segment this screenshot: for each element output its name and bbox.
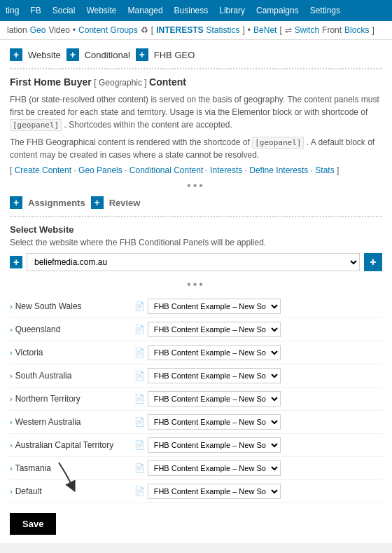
link-stats[interactable]: Stats [315, 165, 334, 175]
content-keyword: Content [149, 76, 186, 88]
state-row-qld: › Queensland 📄 FHB Content Example – New… [10, 318, 382, 341]
state-content-default: 📄 FHB Content Example – New South W [134, 484, 382, 499]
main-content: + Website + Conditional + FHB GEO First … [0, 40, 392, 543]
state-content-act: 📄 FHB Content Example – New South W [134, 437, 382, 453]
state-row-nt: › Northern Territory 📄 FHB Content Examp… [10, 388, 382, 411]
links-bracket-open: [ [10, 165, 15, 175]
select-website-title: Select Website [10, 224, 382, 235]
content-select-act[interactable]: FHB Content Example – New South W [148, 437, 281, 453]
chevron-act[interactable]: › [10, 441, 13, 449]
shortcode-1: [geopanel] [10, 119, 62, 131]
subnav-lation: lation [7, 25, 27, 35]
nav-item-website[interactable]: Website [80, 3, 122, 18]
state-name-wa: Western Australia [15, 417, 134, 427]
nav-item-library[interactable]: Library [214, 3, 251, 18]
subnav-bracket4: ] [372, 25, 374, 35]
links-sep-2: · [125, 165, 130, 175]
chevron-nt[interactable]: › [10, 395, 13, 403]
assignments-row: + Assignments + Review [10, 196, 382, 209]
subnav-statistics[interactable]: Statistics [206, 25, 239, 35]
content-select-vic[interactable]: FHB Content Example – New South W [148, 345, 281, 360]
fhbgeo-plus-button[interactable]: + [136, 48, 148, 61]
chevron-sa[interactable]: › [10, 371, 13, 380]
page-title: First Home Buyer [10, 76, 92, 88]
link-conditional-content[interactable]: Conditional Content [130, 165, 203, 175]
subnav-recycle-icon: ♻ [141, 25, 148, 35]
section-top-buttons: + Website + Conditional + FHB GEO [10, 48, 382, 61]
content-select-default[interactable]: FHB Content Example – New South W [148, 484, 281, 499]
subnav-interests[interactable]: INTERESTS [156, 25, 203, 35]
doc-icon-nsw: 📄 [134, 301, 145, 311]
website-plus-button[interactable]: + [10, 48, 22, 61]
link-geo-panels[interactable]: Geo Panels [78, 165, 122, 175]
state-content-qld: 📄 FHB Content Example – New South W [134, 322, 382, 337]
review-plus-button[interactable]: + [91, 196, 104, 209]
link-define-interests[interactable]: Define Interests [249, 165, 308, 175]
doc-icon-tas: 📄 [134, 463, 145, 473]
chevron-nsw[interactable]: › [10, 302, 13, 310]
state-name-nsw: New South Wales [15, 301, 134, 311]
content-select-sa[interactable]: FHB Content Example – New South W [148, 368, 281, 383]
subnav-bracket3: [ [279, 25, 281, 35]
state-row-tas: › Tasmania 📄 FHB Content Example – New S… [10, 457, 382, 480]
state-row-wa: › Western Australia 📄 FHB Content Exampl… [10, 411, 382, 434]
website-dropdown[interactable]: beliefmedia.com.au [27, 253, 360, 271]
link-create-content[interactable]: Create Content [15, 165, 71, 175]
links-bracket-close: ] [337, 165, 339, 175]
chevron-qld[interactable]: › [10, 325, 13, 334]
nav-item-business[interactable]: Business [169, 3, 214, 18]
three-dots-2: ••• [10, 278, 382, 291]
website-select-plus[interactable]: + [10, 256, 22, 268]
state-name-default: Default [15, 486, 134, 496]
state-content-tas: 📄 FHB Content Example – New South W [134, 460, 382, 476]
subnav-benet[interactable]: BeNet [253, 25, 276, 35]
nav-item-settings[interactable]: Settings [304, 3, 346, 18]
nav-item-managed[interactable]: Managed [122, 3, 169, 18]
chevron-default[interactable]: › [10, 487, 13, 496]
subnav-video: Video [48, 25, 69, 35]
state-name-tas: Tasmania [15, 463, 134, 473]
divider-2 [10, 216, 382, 217]
state-content-wa: 📄 FHB Content Example – New South W [134, 414, 382, 430]
state-row-default: › Default 📄 FHB Content Example – New So… [10, 480, 382, 503]
doc-icon-act: 📄 [134, 440, 145, 450]
doc-icon-nt: 📄 [134, 394, 145, 404]
review-label: Review [109, 198, 141, 208]
shortcode-2: [geopanel] [252, 137, 304, 149]
state-content-sa: 📄 FHB Content Example – New South W [134, 368, 382, 383]
save-button[interactable]: Save [10, 513, 56, 535]
state-content-nt: 📄 FHB Content Example – New South W [134, 391, 382, 407]
link-interests[interactable]: Interests [210, 165, 242, 175]
website-add-button[interactable]: + [364, 253, 382, 271]
subnav-geo[interactable]: Geo [30, 25, 46, 35]
content-select-qld[interactable]: FHB Content Example – New South W [148, 322, 281, 337]
state-row-sa: › South Australia 📄 FHB Content Example … [10, 364, 382, 388]
nav-item-ting[interactable]: ting [0, 3, 24, 18]
doc-icon-wa: 📄 [134, 417, 145, 427]
content-select-wa[interactable]: FHB Content Example – New South W [148, 414, 281, 430]
nav-item-social[interactable]: Social [47, 3, 81, 18]
subnav-switch[interactable]: Switch [295, 25, 319, 35]
subnav-switch-icon: ⇌ [285, 25, 292, 35]
content-select-tas[interactable]: FHB Content Example – New South W [148, 460, 281, 476]
content-select-nt[interactable]: FHB Content Example – New South W [148, 391, 281, 407]
description-para-2: The FHB Geographical content is rendered… [10, 136, 382, 162]
assignments-plus-button[interactable]: + [10, 196, 22, 209]
links-row: [ Create Content · Geo Panels · Conditio… [10, 165, 382, 175]
content-select-nsw[interactable]: FHB Content Example – New South W [148, 299, 281, 314]
subnav-content-groups[interactable]: Content Groups [78, 25, 138, 35]
chevron-wa[interactable]: › [10, 418, 13, 426]
nav-item-fb[interactable]: FB [24, 3, 46, 18]
conditional-plus-button[interactable]: + [66, 48, 79, 61]
divider-1 [10, 68, 382, 69]
state-content-nsw: 📄 FHB Content Example – New South W [134, 299, 382, 314]
chevron-tas[interactable]: › [10, 464, 13, 472]
website-label: Website [28, 50, 61, 60]
nav-item-campaigns[interactable]: Campaigns [251, 3, 304, 18]
three-dots-1: ••• [10, 179, 382, 192]
doc-icon-sa: 📄 [134, 371, 145, 381]
chevron-vic[interactable]: › [10, 348, 13, 357]
state-row-vic: › Victoria 📄 FHB Content Example – New S… [10, 341, 382, 364]
subnav-blocks[interactable]: Blocks [344, 25, 369, 35]
subnav-dot1: • [73, 25, 76, 35]
